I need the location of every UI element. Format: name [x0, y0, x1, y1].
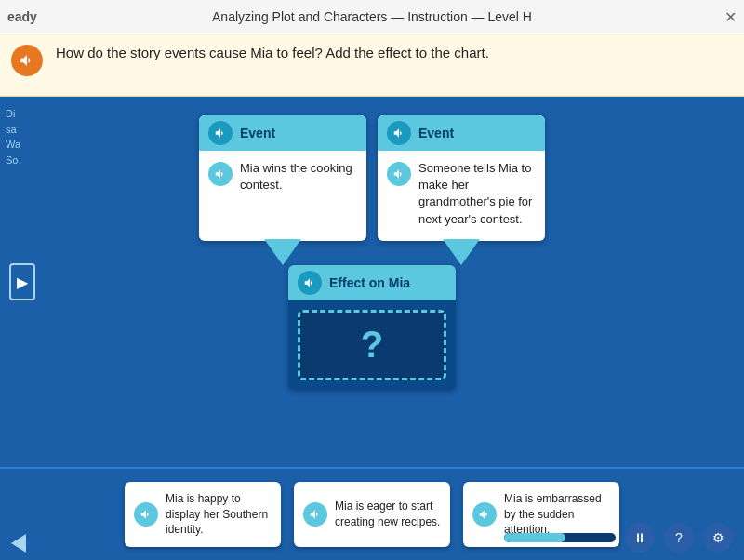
bottom-controls: ⏸ ? ⚙ — [504, 523, 733, 553]
page-title: Analyzing Plot and Characters — Instruct… — [212, 9, 532, 24]
app-name: eady — [7, 9, 37, 24]
arrows-down — [199, 239, 545, 265]
arrow-down-2 — [378, 239, 545, 265]
event2-header-label: Event — [418, 126, 454, 140]
svg-marker-1 — [443, 239, 480, 265]
event-card-2-header: Event — [378, 115, 545, 151]
top-bar: eady Analyzing Plot and Characters — Ins… — [0, 0, 744, 33]
event1-text: Mia wins the cooking contest. — [240, 160, 357, 193]
answer3-speaker[interactable] — [472, 502, 497, 527]
bottom-nav-left — [11, 534, 26, 553]
effect-area: Effect on Mia ? — [288, 265, 456, 390]
event1-header-speaker[interactable] — [208, 121, 232, 145]
events-row: Event Mia wins the cooking contest. Even… — [199, 115, 545, 241]
answer2-text: Mia is eager to start creating new recip… — [335, 499, 441, 530]
answer1-speaker[interactable] — [134, 502, 158, 527]
effect-drop-zone[interactable]: ? — [298, 310, 446, 380]
event-card-2-body: Someone tells Mia to make her grandmothe… — [378, 151, 545, 241]
answer-card-2[interactable]: Mia is eager to start creating new recip… — [294, 482, 450, 547]
event-card-2: Event Someone tells Mia to make her gran… — [378, 115, 545, 241]
event-card-1-header: Event — [199, 115, 366, 151]
effect-placeholder: ? — [361, 324, 383, 366]
effect-header-speaker[interactable] — [298, 271, 322, 295]
event2-body-speaker[interactable] — [387, 162, 411, 186]
effect-card: Effect on Mia ? — [288, 265, 456, 390]
settings-button[interactable]: ⚙ — [703, 523, 733, 553]
chart-area: Event Mia wins the cooking contest. Even… — [0, 115, 744, 390]
instruction-text: How do the story events cause Mia to fee… — [56, 43, 489, 62]
event1-body-speaker[interactable] — [208, 162, 232, 186]
pause-button[interactable]: ⏸ — [625, 523, 655, 553]
progress-bar-container — [504, 533, 616, 542]
event-card-1-body: Mia wins the cooking contest. — [199, 151, 366, 225]
arrow-down-1 — [199, 239, 366, 265]
event-card-1: Event Mia wins the cooking contest. — [199, 115, 366, 241]
answer1-text: Mia is happy to display her Southern ide… — [166, 491, 272, 538]
answer2-speaker[interactable] — [303, 502, 327, 527]
close-button[interactable]: ✕ — [724, 7, 737, 25]
instruction-bar: How do the story events cause Mia to fee… — [0, 33, 744, 97]
event2-text: Someone tells Mia to make her grandmothe… — [418, 160, 536, 228]
instruction-speaker-button[interactable] — [11, 45, 43, 76]
nav-back-button[interactable] — [11, 534, 26, 553]
answer-card-1[interactable]: Mia is happy to display her Southern ide… — [125, 482, 281, 547]
progress-bar-fill — [504, 533, 565, 542]
effect-card-header: Effect on Mia — [288, 265, 456, 300]
main-content: Di sa Wa So ▶ Event Mia wins — [0, 97, 744, 467]
event2-header-speaker[interactable] — [387, 121, 411, 145]
effect-header-label: Effect on Mia — [329, 275, 410, 290]
event1-header-label: Event — [240, 126, 275, 140]
help-button[interactable]: ? — [664, 523, 694, 553]
svg-marker-0 — [264, 239, 301, 265]
